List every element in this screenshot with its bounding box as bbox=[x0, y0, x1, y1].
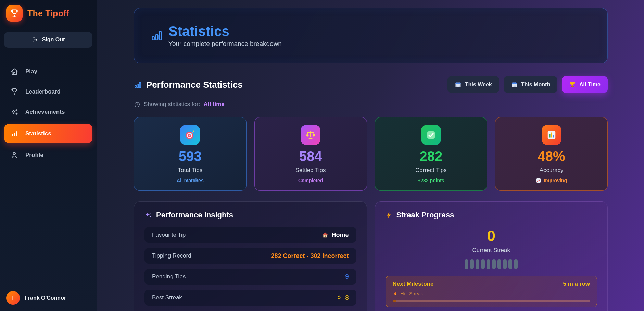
home-icon bbox=[10, 67, 18, 76]
stat-label: Total Tips bbox=[178, 167, 202, 174]
time-filters: This Week This Month bbox=[447, 76, 608, 93]
streak-pill bbox=[487, 259, 490, 269]
app-title: The Tipoff bbox=[27, 9, 69, 18]
streak-title-row: Streak Progress bbox=[386, 211, 597, 220]
avatar-initial: F bbox=[11, 295, 15, 301]
stat-value: 48% bbox=[538, 149, 565, 163]
user-name: Frank O'Connor bbox=[25, 295, 66, 301]
flame-gold-icon bbox=[336, 295, 342, 301]
milestone-progress-fill bbox=[393, 300, 397, 302]
filter-all-time-button[interactable]: All Time bbox=[562, 76, 608, 93]
performance-heading: Performance Statistics bbox=[134, 79, 243, 90]
sidebar-item-label: Profile bbox=[25, 152, 43, 159]
calendar-icon bbox=[511, 81, 518, 88]
streak-title: Streak Progress bbox=[396, 211, 454, 220]
milestone-target: 5 in a row bbox=[563, 281, 590, 287]
chart-icon bbox=[542, 125, 561, 145]
streak-pill bbox=[503, 259, 507, 269]
stat-label: Accuracy bbox=[540, 167, 564, 174]
check-icon bbox=[421, 125, 441, 145]
stat-label: Settled Tips bbox=[295, 167, 326, 174]
trending-up-icon bbox=[536, 178, 541, 183]
sidebar-item-statistics[interactable]: Statistics bbox=[4, 124, 92, 143]
stat-card-accuracy: 48% Accuracy Improving bbox=[495, 117, 608, 191]
streak-pill bbox=[514, 259, 518, 269]
person-icon bbox=[10, 151, 18, 159]
showing-value: All time bbox=[203, 101, 224, 108]
sidebar-item-achievements[interactable]: Achievements bbox=[4, 104, 92, 120]
streak-pill bbox=[470, 259, 474, 269]
performance-insights-panel: Performance Insights Favourite Tip Home bbox=[134, 201, 367, 311]
sidebar-item-label: Achievements bbox=[25, 109, 65, 115]
flame-orange-icon bbox=[393, 291, 398, 296]
sidebar-item-leaderboard[interactable]: Leaderboard bbox=[4, 84, 92, 100]
sidebar-item-profile[interactable]: Profile bbox=[4, 147, 92, 163]
stat-value: 282 bbox=[420, 149, 443, 163]
showing-statistics-row: Showing statistics for: All time bbox=[134, 101, 608, 108]
logo-tile bbox=[6, 5, 23, 22]
stat-value: 584 bbox=[299, 149, 322, 163]
stat-card-correct-tips: 282 Correct Tips +282 points bbox=[375, 117, 488, 191]
stats-bars-icon bbox=[151, 29, 163, 42]
current-streak-value: 0 bbox=[487, 228, 495, 244]
app-logo: The Tipoff bbox=[0, 0, 97, 22]
insight-label: Pending Tips bbox=[152, 273, 186, 280]
filter-label: This Week bbox=[465, 82, 492, 88]
house-icon bbox=[322, 232, 329, 238]
insight-row-pending-tips: Pending Tips 9 bbox=[144, 269, 356, 285]
insight-label: Best Streak bbox=[152, 294, 182, 301]
streak-pill bbox=[465, 259, 468, 269]
sidebar-item-play[interactable]: Play bbox=[4, 63, 92, 80]
streak-pill bbox=[476, 259, 479, 269]
insight-value: Home bbox=[322, 232, 349, 239]
stat-card-settled-tips: 584 Settled Tips Completed bbox=[254, 117, 367, 191]
milestone-name-row: Hot Streak bbox=[393, 291, 590, 296]
next-milestone-box: Next Milestone 5 in a row Hot Streak bbox=[386, 276, 597, 307]
insight-value: 8 bbox=[336, 294, 349, 301]
streak-pill bbox=[508, 259, 512, 269]
milestone-name: Hot Streak bbox=[401, 291, 423, 296]
filter-this-month-button[interactable]: This Month bbox=[504, 76, 557, 93]
insights-title-row: Performance Insights bbox=[144, 211, 356, 220]
milestone-heading: Next Milestone bbox=[393, 281, 434, 287]
sign-out-label: Sign Out bbox=[42, 37, 65, 43]
performance-heading-row: Performance Statistics This bbox=[134, 76, 608, 93]
insight-value-text: 8 bbox=[345, 294, 349, 301]
clock-icon bbox=[134, 101, 140, 108]
streak-pill bbox=[481, 259, 485, 269]
trophy-outline-icon bbox=[10, 88, 18, 96]
stat-cards-grid: 593 Total Tips All matches 584 Settled T… bbox=[134, 117, 608, 191]
sparkles-purple-icon bbox=[144, 211, 152, 219]
streak-pill bbox=[497, 259, 501, 269]
stat-sub: Improving bbox=[536, 178, 567, 183]
calendar-icon bbox=[455, 81, 462, 88]
sidebar-item-label: Play bbox=[25, 68, 37, 75]
current-streak-label: Current Streak bbox=[472, 247, 510, 254]
insights-title: Performance Insights bbox=[156, 211, 233, 220]
page-title: Statistics bbox=[168, 24, 282, 39]
performance-heading-label: Performance Statistics bbox=[146, 79, 243, 90]
insight-label: Favourite Tip bbox=[152, 232, 186, 238]
sidebar-item-label: Statistics bbox=[25, 130, 51, 137]
insight-value-text: Home bbox=[331, 232, 349, 239]
milestone-progress-track bbox=[393, 300, 590, 302]
user-section: F Frank O'Connor bbox=[0, 285, 97, 311]
streak-pills bbox=[465, 259, 518, 269]
insight-row-best-streak: Best Streak 8 bbox=[144, 290, 356, 306]
stat-sub: Completed bbox=[298, 178, 323, 183]
insight-row-tipping-record: Tipping Record 282 Correct - 302 Incorre… bbox=[144, 248, 356, 264]
streak-pill bbox=[492, 259, 496, 269]
bottom-panels: Performance Insights Favourite Tip Home bbox=[134, 201, 608, 311]
sign-out-button[interactable]: Sign Out bbox=[4, 32, 92, 48]
sparkles-icon bbox=[10, 108, 18, 116]
streak-progress-panel: Streak Progress 0 Current Streak Next Mi… bbox=[375, 201, 608, 311]
streak-center: 0 Current Streak bbox=[386, 227, 597, 269]
scales-icon bbox=[301, 125, 320, 145]
trophy-icon bbox=[10, 9, 19, 18]
stat-value: 593 bbox=[179, 149, 202, 163]
sidebar-nav: Play Leaderboard Achievemen bbox=[0, 63, 97, 163]
filter-this-week-button[interactable]: This Week bbox=[447, 76, 499, 93]
milestone-header-row: Next Milestone 5 in a row bbox=[393, 281, 590, 287]
gold-trophy-icon bbox=[569, 81, 576, 88]
stat-sub: +282 points bbox=[418, 178, 444, 183]
